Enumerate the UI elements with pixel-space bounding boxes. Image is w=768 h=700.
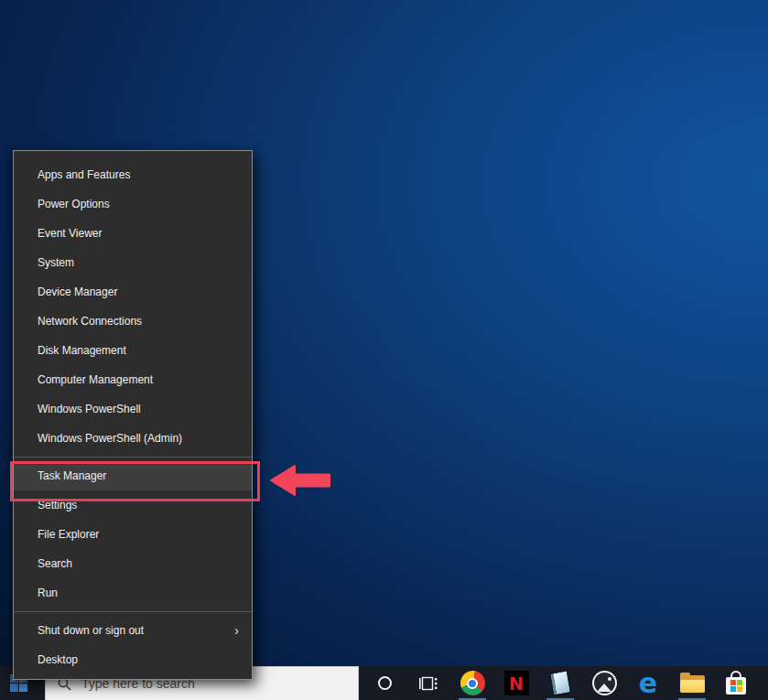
menu-separator — [14, 611, 252, 612]
store-button[interactable] — [714, 666, 758, 700]
notepad-icon — [550, 672, 570, 695]
menu-item-computer-management[interactable]: Computer Management — [14, 365, 252, 394]
menu-separator — [14, 457, 252, 458]
chrome-button[interactable] — [450, 666, 494, 700]
netflix-button[interactable]: N — [494, 666, 538, 700]
menu-item-power-options[interactable]: Power Options — [14, 189, 252, 219]
task-view-icon — [418, 674, 438, 693]
annotation-arrow-icon — [270, 464, 332, 497]
cortana-icon — [378, 676, 392, 690]
photo-circle-app-icon — [592, 671, 617, 695]
menu-item-desktop[interactable]: Desktop — [14, 645, 252, 674]
store-icon — [725, 671, 747, 695]
winx-context-menu: Apps and Features Power Options Event Vi… — [13, 150, 253, 680]
menu-item-task-manager[interactable]: Task Manager — [14, 461, 252, 490]
file-explorer-icon — [680, 673, 705, 693]
menu-item-device-manager[interactable]: Device Manager — [14, 277, 252, 307]
cortana-button[interactable] — [362, 666, 406, 700]
menu-item-disk-management[interactable]: Disk Management — [14, 336, 252, 365]
menu-item-shut-down-or-sign-out[interactable]: Shut down or sign out › — [14, 616, 252, 645]
edge-button[interactable]: e — [626, 666, 670, 700]
edge-icon: e — [639, 671, 657, 695]
task-view-button[interactable] — [406, 666, 450, 700]
netflix-icon: N — [504, 671, 529, 695]
photo-circle-app-button[interactable] — [582, 666, 626, 700]
menu-item-file-explorer[interactable]: File Explorer — [14, 520, 252, 549]
menu-item-search[interactable]: Search — [14, 549, 252, 578]
notepad-button[interactable] — [538, 666, 582, 700]
menu-item-settings[interactable]: Settings — [14, 490, 252, 520]
menu-item-windows-powershell-admin[interactable]: Windows PowerShell (Admin) — [14, 424, 252, 453]
menu-item-event-viewer[interactable]: Event Viewer — [14, 219, 252, 248]
menu-item-network-connections[interactable]: Network Connections — [14, 307, 252, 336]
menu-item-apps-and-features[interactable]: Apps and Features — [14, 160, 252, 189]
menu-item-system[interactable]: System — [14, 248, 252, 277]
taskbar-icons: N e — [362, 666, 758, 700]
chevron-right-icon: › — [234, 616, 252, 645]
menu-item-windows-powershell[interactable]: Windows PowerShell — [14, 394, 252, 424]
file-explorer-button[interactable] — [670, 666, 714, 700]
chrome-icon — [460, 671, 485, 695]
menu-item-run[interactable]: Run — [14, 578, 252, 608]
